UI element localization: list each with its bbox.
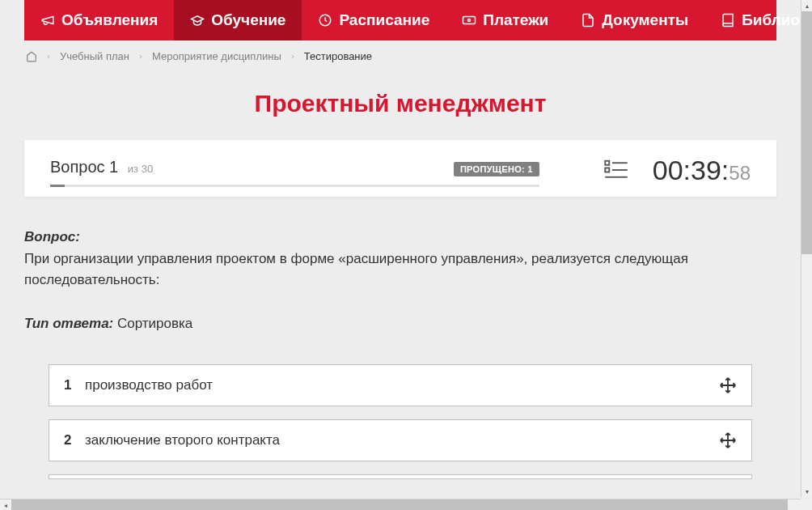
question-total: из 30 [128, 163, 153, 175]
question-text: При организации управления проектом в фо… [24, 249, 776, 290]
sort-item[interactable] [49, 474, 752, 479]
question-label: Вопрос: [24, 229, 776, 245]
chevron-right-icon [290, 53, 296, 60]
breadcrumb-current: Тестирование [304, 50, 372, 62]
sort-item-number: 2 [64, 432, 74, 448]
clock-icon [318, 13, 332, 28]
timer-seconds: 58 [729, 162, 751, 185]
drag-handle-icon[interactable] [719, 431, 737, 449]
answer-type: Тип ответа: Сортировка [24, 316, 776, 332]
answer-type-label: Тип ответа: [24, 316, 113, 331]
breadcrumb: Учебный план Мероприятие дисциплины Тест… [0, 40, 801, 72]
book-icon [721, 13, 735, 28]
nav-learning[interactable]: Обучение [174, 0, 302, 40]
progress-fill [50, 185, 65, 187]
scroll-left-arrow[interactable]: ◂ [0, 499, 11, 510]
svg-rect-3 [605, 161, 609, 165]
question-progress: Вопрос 1 из 30 ПРОПУЩЕНО: 1 [50, 158, 539, 187]
skipped-badge: ПРОПУЩЕНО: 1 [454, 162, 539, 176]
horizontal-scrollbar[interactable]: ◂ ▸ [0, 499, 812, 510]
scroll-thumb[interactable] [11, 499, 788, 510]
svg-rect-1 [463, 17, 476, 24]
sort-item-text: заключение второго контракта [85, 432, 719, 448]
answer-type-value: Сортировка [117, 316, 192, 331]
nav-label: Библиотека [742, 11, 801, 29]
sort-item[interactable]: 2 заключение второго контракта [49, 419, 752, 461]
svg-rect-5 [605, 168, 609, 172]
timer-main: 00:39: [653, 155, 730, 186]
nav-documents[interactable]: Документы [565, 0, 704, 40]
nav-label: Обучение [211, 11, 285, 29]
question-content: Вопрос: При организации управления проек… [0, 197, 801, 495]
nav-label: Платежи [483, 11, 548, 29]
sort-items-list: 1 производство работ 2 заключение второг… [49, 364, 752, 479]
scroll-down-arrow[interactable]: ▾ [801, 486, 812, 497]
question-list-icon[interactable] [604, 159, 628, 181]
drag-handle-icon[interactable] [719, 376, 737, 394]
nav-payments[interactable]: Платежи [446, 0, 565, 40]
nav-label: Расписание [339, 11, 429, 29]
vertical-scrollbar[interactable]: ▴ ▾ [801, 0, 812, 497]
scroll-track[interactable] [801, 11, 812, 486]
progress-bar [50, 185, 539, 187]
breadcrumb-link-plan[interactable]: Учебный план [60, 50, 129, 62]
sort-item[interactable]: 1 производство работ [49, 364, 752, 406]
breadcrumb-link-event[interactable]: Мероприятие дисциплины [152, 50, 281, 62]
scroll-track[interactable] [11, 499, 801, 510]
home-icon[interactable] [26, 51, 37, 62]
scroll-up-arrow[interactable]: ▴ [801, 0, 812, 11]
document-icon [581, 13, 595, 28]
nav-label: Объявления [61, 11, 158, 29]
timer: 00:39:58 [653, 155, 751, 186]
sort-item-text: производство работ [85, 377, 719, 393]
nav-announcements[interactable]: Объявления [24, 0, 174, 40]
graduation-icon [190, 13, 205, 28]
quiz-info-card: Вопрос 1 из 30 ПРОПУЩЕНО: 1 00:39:58 [24, 140, 776, 197]
nav-label: Документы [602, 11, 688, 29]
scroll-thumb[interactable] [801, 11, 812, 254]
chevron-right-icon [45, 53, 52, 60]
megaphone-icon [40, 13, 55, 28]
question-number: Вопрос 1 [50, 158, 123, 176]
main-nav: Объявления Обучение Расписание Платежи Д… [24, 0, 776, 40]
chevron-right-icon [137, 53, 144, 60]
scrollbar-corner [801, 499, 812, 510]
page-title: Проектный менеджмент [0, 90, 801, 117]
svg-point-2 [468, 19, 471, 22]
sort-item-number: 1 [64, 377, 74, 393]
nav-library[interactable]: Библиотека [704, 0, 801, 40]
payment-icon [462, 13, 476, 28]
nav-schedule[interactable]: Расписание [302, 0, 446, 40]
